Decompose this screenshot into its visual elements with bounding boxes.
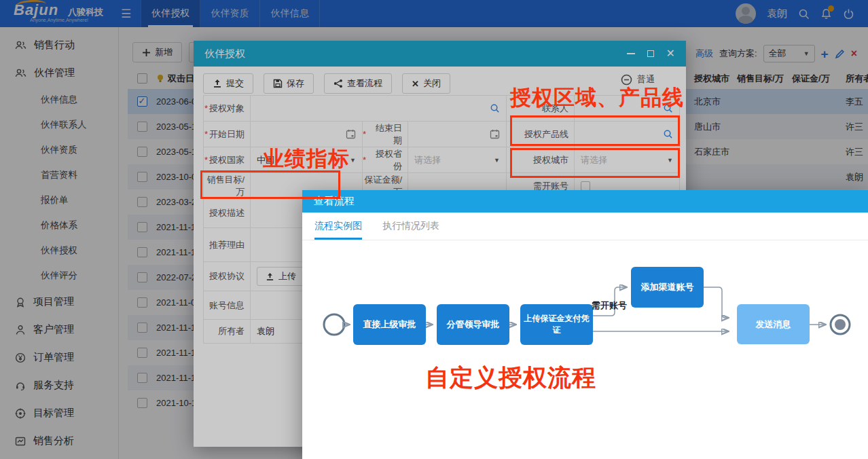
user-avatar[interactable]: [736, 3, 756, 24]
medal-icon: [15, 297, 26, 308]
advanced-search-link[interactable]: 高级: [695, 48, 713, 60]
row-checkbox[interactable]: [137, 247, 147, 257]
sidebar-label: 价格体系: [41, 219, 77, 232]
sidebar-label: 报价单: [41, 194, 69, 206]
row-checkbox[interactable]: [137, 222, 147, 232]
sidebar-subitem-伙伴联系人[interactable]: 伙伴联系人: [0, 112, 118, 137]
sidebar-subitem-报价单[interactable]: 报价单: [0, 187, 118, 213]
flow-node-direct-supervisor-approval[interactable]: 直接上级审批: [353, 304, 426, 345]
select-all-checkbox[interactable]: [137, 73, 147, 84]
query-plan-select[interactable]: 全部 ▼: [763, 45, 815, 62]
yen-icon: [15, 352, 26, 363]
sidebar-subitem-伙伴授权[interactable]: 伙伴授权: [0, 238, 118, 263]
row-checkbox[interactable]: [137, 398, 147, 408]
start-date-label: 开始日期: [204, 122, 251, 147]
flow-node-division-leader-approval[interactable]: 分管领导审批: [437, 304, 509, 345]
chevron-down-icon: ▼: [494, 157, 500, 164]
sidebar-item-服务支持[interactable]: 服务支持: [0, 371, 118, 399]
close-form-button[interactable]: ✕ 关闭: [402, 73, 450, 94]
save-button[interactable]: 保存: [264, 73, 314, 94]
sidebar-item-伙伴管理[interactable]: 伙伴管理: [0, 59, 118, 87]
add-new-button[interactable]: 新增: [132, 42, 182, 62]
sidebar-item-项目管理[interactable]: 项目管理: [0, 288, 118, 316]
edit-query-plan-icon[interactable]: [835, 49, 845, 59]
sidebar-subitem-伙伴评分[interactable]: 伙伴评分: [0, 263, 118, 288]
sidebar-item-客户管理[interactable]: 客户管理: [0, 316, 118, 344]
window-controls: ✕: [627, 48, 675, 59]
minimize-icon[interactable]: [627, 53, 635, 54]
user-name: 袁朗: [767, 7, 787, 20]
tab-flow-instance-diagram[interactable]: 流程实例图: [314, 213, 362, 240]
sidebar-item-销售分析[interactable]: 销售分析: [0, 427, 118, 455]
sidebar-label: 服务支持: [33, 379, 74, 392]
logo-text-en: Bajun: [14, 1, 58, 19]
close-icon[interactable]: ✕: [666, 48, 675, 59]
delete-query-plan-icon[interactable]: ×: [851, 48, 857, 59]
upload-button[interactable]: 上传: [257, 267, 305, 286]
row-checkbox[interactable]: [137, 197, 147, 207]
logo-text-cn: 八骏科技: [68, 6, 103, 18]
add-query-plan-icon[interactable]: +: [821, 48, 829, 60]
plus-icon: [142, 48, 151, 57]
submit-button[interactable]: 提交: [203, 73, 253, 94]
annotation-box-city: [510, 148, 680, 178]
tab-execution-list[interactable]: 执行情况列表: [382, 213, 439, 240]
search-icon[interactable]: [490, 103, 500, 113]
search-icon[interactable]: [798, 8, 810, 20]
nav-tab-partner-auth[interactable]: 伙伴授权: [141, 0, 200, 27]
logo-tagline: Anyone,Anytime,Anywhere!: [30, 18, 88, 22]
row-checkbox[interactable]: [137, 96, 147, 107]
query-bar: 高级 查询方案: 全部 ▼ + ×: [695, 45, 857, 62]
sidebar-subitem-首营资料[interactable]: 首营资料: [0, 162, 118, 187]
end-date-field[interactable]: [408, 122, 507, 147]
sidebar-label: 伙伴资质: [41, 144, 77, 156]
annotation-box-product-line: [510, 115, 680, 146]
row-checkbox[interactable]: [137, 272, 147, 282]
view-flow-modal: 查看流程 流程实例图 执行情况列表 直接上级审批 分管领导审批 上传保证金支付凭…: [302, 190, 868, 459]
sidebar: 销售行动伙伴管理伙伴信息伙伴联系人伙伴资质首营资料报价单价格体系伙伴授权伙伴评分…: [0, 27, 119, 459]
need-account-checkbox[interactable]: [581, 181, 590, 191]
flow-node-upload-deposit-voucher[interactable]: 上传保证金支付凭证: [520, 304, 593, 345]
row-checkbox[interactable]: [137, 323, 147, 333]
row-checkbox[interactable]: [137, 297, 147, 308]
add-new-label: 新增: [155, 46, 173, 58]
sidebar-label: 销售分析: [33, 435, 74, 447]
province-label: 授权省份: [363, 147, 408, 173]
hamburger-menu-icon[interactable]: ☰: [121, 7, 131, 21]
row-checkbox[interactable]: [137, 373, 147, 383]
priority-badge[interactable]: 普通: [621, 73, 655, 86]
view-flow-button[interactable]: 查看流程: [324, 73, 392, 94]
sidebar-subitem-价格体系[interactable]: 价格体系: [0, 213, 118, 238]
row-checkbox[interactable]: [137, 348, 147, 358]
end-date-label: 结束日期: [363, 122, 408, 147]
sidebar-subitem-伙伴信息[interactable]: 伙伴信息: [0, 87, 118, 112]
province-select[interactable]: 请选择 ▼: [408, 147, 507, 173]
notification-bell-icon[interactable]: [820, 8, 832, 20]
flow-node-add-channel-account[interactable]: 添加渠道账号: [631, 267, 704, 308]
sidebar-label: 订单管理: [33, 351, 74, 364]
row-checkbox[interactable]: [137, 172, 147, 182]
account-info-label: 账号信息: [204, 291, 251, 320]
sidebar-item-销售行动[interactable]: 销售行动: [0, 31, 118, 59]
notification-badge: [828, 5, 834, 12]
row-checkbox[interactable]: [137, 122, 147, 132]
sidebar-label: 客户管理: [33, 323, 74, 336]
sidebar-subitem-伙伴资质[interactable]: 伙伴资质: [0, 137, 118, 162]
sidebar-label: 销售行动: [34, 39, 75, 52]
start-date-field[interactable]: [251, 122, 363, 147]
annotation-region-product-text: 授权区域、产品线: [510, 86, 684, 109]
auth-object-field[interactable]: [251, 96, 507, 122]
nav-tab-partner-qualification[interactable]: 伙伴资质: [200, 0, 260, 27]
sidebar-item-订单管理[interactable]: 订单管理: [0, 344, 118, 371]
deposit-column-header: 保证金/万: [792, 73, 846, 85]
nav-tab-partner-info[interactable]: 伙伴信息: [260, 0, 320, 27]
maximize-icon[interactable]: [647, 50, 654, 57]
sidebar-item-目标管理[interactable]: 目标管理: [0, 399, 118, 427]
power-icon[interactable]: [843, 8, 854, 20]
app-logo: Bajun 八骏科技 Anyone,Anytime,Anywhere!: [11, 0, 113, 27]
flow-node-send-message[interactable]: 发送消息: [737, 304, 810, 344]
row-owner: 许三: [846, 146, 868, 158]
row-checkbox[interactable]: [137, 147, 147, 157]
owner-label: 所有者: [204, 320, 251, 344]
flow-connectors: [302, 240, 868, 458]
